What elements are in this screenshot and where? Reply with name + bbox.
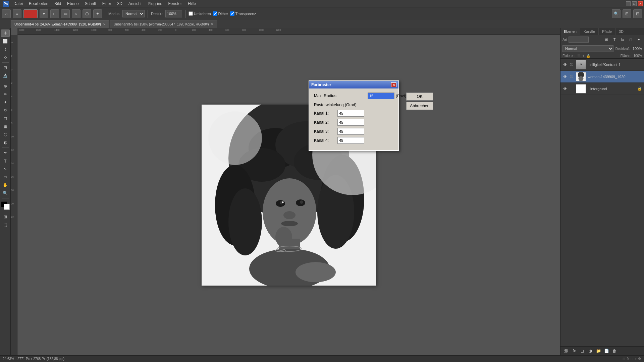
window-close[interactable]: ✕	[638, 1, 643, 6]
layer-type-icon[interactable]: T	[611, 36, 618, 43]
shape-custom[interactable]: ✦	[93, 9, 102, 18]
panel-tab-3d[interactable]: 3D	[615, 28, 627, 35]
kanal4-input[interactable]	[337, 137, 364, 144]
transparenz-checkbox[interactable]	[230, 11, 234, 16]
layer-filter-icon[interactable]: ⊞	[603, 36, 610, 43]
lock-position[interactable]: +	[582, 54, 584, 58]
layer-item-photo[interactable]: 👁 ⛓ woman-1439909_1920	[560, 71, 644, 83]
select-rect-tool[interactable]: ⬜	[1, 38, 10, 45]
menu-ansicht[interactable]: Ansicht	[126, 1, 144, 7]
app-icon[interactable]: Ps	[1, 1, 10, 7]
text-tool[interactable]: T	[1, 157, 10, 165]
ok-button[interactable]: OK	[406, 93, 433, 101]
gradient-tool[interactable]: ▦	[1, 123, 10, 130]
layer-item-background[interactable]: 👁 Hintergrund 🔒	[560, 83, 644, 95]
menu-fenster[interactable]: Fenster	[166, 1, 185, 7]
kanal2-input[interactable]	[337, 119, 364, 126]
shape-poly[interactable]: ⬡	[83, 9, 91, 18]
dither-checkbox[interactable]	[213, 11, 217, 16]
shape-rounded[interactable]: ▭	[61, 9, 70, 18]
color-swatch[interactable]	[23, 9, 38, 18]
tab-1[interactable]: Unbenannt-4 bei 24,6% (woman-1439909_192…	[11, 20, 109, 28]
path-select-tool[interactable]: ↖	[1, 165, 10, 173]
swatch-arrow[interactable]: ▼	[40, 9, 48, 18]
layer-item-adjustment[interactable]: 👁 ⛓ ☀ Helligkeit/Kontrast 1	[560, 59, 644, 71]
max-radius-input[interactable]	[368, 93, 394, 99]
umkehren-checkbox-label[interactable]: Umkehren	[189, 11, 211, 16]
layer-link-2[interactable]: ⛓	[570, 75, 574, 78]
umkehren-checkbox[interactable]	[189, 11, 193, 16]
layer-fx-icon[interactable]: fx	[619, 36, 626, 43]
brush-options-button[interactable]: ≡	[13, 9, 21, 18]
menu-bearbeiten[interactable]: Bearbeiten	[26, 1, 51, 7]
heal-tool[interactable]: ⊕	[1, 82, 10, 90]
lasso-tool[interactable]: ⌇	[1, 46, 10, 53]
tab-2-close[interactable]: ✕	[211, 22, 213, 26]
dither-checkbox-label[interactable]: Dither	[213, 11, 228, 16]
canvas-container[interactable]	[17, 35, 560, 355]
transparenz-checkbox-label[interactable]: Transparenz	[230, 11, 256, 16]
crop-tool[interactable]: ⊡	[1, 64, 10, 71]
menu-datei[interactable]: Datei	[11, 1, 25, 7]
blur-tool[interactable]: ◌	[1, 131, 10, 138]
menu-plugins[interactable]: Plug-ins	[145, 1, 165, 7]
layer-visibility-3[interactable]: 👁	[562, 86, 568, 92]
eraser-tool[interactable]: ◻	[1, 115, 10, 122]
shape-rect[interactable]: □	[50, 9, 59, 18]
layer-smart-icon[interactable]: ✦	[635, 36, 642, 43]
menu-hilfe[interactable]: Hilfe	[185, 1, 199, 7]
stamp-tool[interactable]: ✦	[1, 99, 10, 106]
modus-select[interactable]: Normal	[122, 10, 145, 17]
canvas-area[interactable]: 1800 1600 1400 1200 1000 800 600 400 200…	[11, 28, 560, 355]
layer-delete-btn[interactable]: 🗑	[611, 348, 618, 354]
lock-all[interactable]: 🔒	[586, 54, 590, 58]
layer-link-1[interactable]: ⛓	[570, 63, 574, 66]
kanal3-input[interactable]	[337, 128, 364, 135]
background-color[interactable]	[4, 204, 10, 210]
layer-mask-btn[interactable]: ◻	[579, 348, 586, 354]
shape-tool[interactable]: ▭	[1, 173, 10, 181]
menu-ebene[interactable]: Ebene	[64, 1, 82, 7]
layer-style-btn[interactable]: fx	[571, 348, 578, 354]
search-icon[interactable]: 🔍	[612, 9, 621, 18]
window-maximize[interactable]: □	[632, 1, 637, 6]
panel-tab-pfade[interactable]: Pfade	[599, 28, 615, 35]
zoom-tool[interactable]: 🔍	[1, 189, 10, 197]
lock-pixel[interactable]: ☰	[577, 54, 580, 58]
layer-new-btn[interactable]: 📄	[603, 348, 610, 354]
panel-tab-kanaele[interactable]: Kanäle	[580, 28, 599, 35]
shape-circle[interactable]: ○	[72, 9, 80, 18]
brush-tool[interactable]: ✏	[1, 90, 10, 98]
menu-bild[interactable]: Bild	[52, 1, 64, 7]
menu-3d[interactable]: 3D	[114, 1, 125, 7]
panel-tab-ebenen[interactable]: Ebenen	[560, 28, 580, 35]
layer-link-btn[interactable]: ⛓	[562, 348, 570, 354]
screen-mode-tool[interactable]: ⬚	[1, 221, 10, 229]
menu-filter[interactable]: Filter	[100, 1, 114, 7]
dodge-tool[interactable]: ◐	[1, 139, 10, 146]
tab-2[interactable]: Unbenannt-5 bei 158% (woman-2003647_1920…	[110, 20, 217, 28]
cancel-button[interactable]: Abbrechen	[406, 102, 433, 110]
layer-adjustment-btn[interactable]: ◑	[587, 348, 594, 354]
layer-group-btn[interactable]: 📁	[595, 348, 602, 354]
blend-mode-select[interactable]: Normal	[562, 45, 613, 52]
kanal1-input[interactable]	[337, 110, 364, 117]
layer-mask-icon[interactable]: ◻	[627, 36, 634, 43]
tab-1-close[interactable]: ✕	[103, 22, 106, 26]
wand-tool[interactable]: ⊹	[1, 54, 10, 61]
layer-visibility-2[interactable]: 👁	[562, 74, 568, 79]
home-button[interactable]: ⌂	[2, 9, 11, 18]
menu-schrift[interactable]: Schrift	[82, 1, 99, 7]
dialog-close-button[interactable]: ✕	[391, 82, 396, 87]
move-tool[interactable]: ✛	[1, 29, 10, 37]
eyedropper-tool[interactable]: 🔬	[1, 72, 10, 79]
art-input[interactable]	[569, 37, 589, 43]
deckraft-input[interactable]	[165, 10, 182, 17]
history-brush[interactable]: ↺	[1, 107, 10, 114]
arrange-icon[interactable]: ⊞	[623, 9, 631, 18]
hand-tool[interactable]: ✋	[1, 181, 10, 189]
workspace-icon[interactable]: ⊟	[633, 9, 642, 18]
layer-visibility-1[interactable]: 👁	[562, 62, 568, 67]
window-minimize[interactable]: ─	[626, 1, 631, 6]
quick-mask-tool[interactable]: ⊞	[1, 213, 10, 221]
